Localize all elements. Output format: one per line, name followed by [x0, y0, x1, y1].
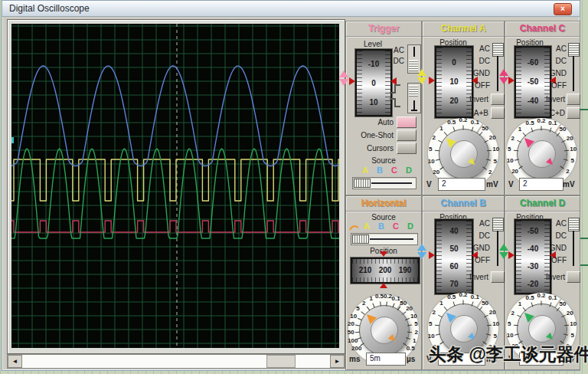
right-arrow-icon[interactable]: ►: [330, 355, 345, 368]
watermark-text: 头条 @李工谈元器件: [429, 343, 588, 366]
ac-label: AC: [467, 219, 490, 228]
panel-title: Channel B: [423, 196, 504, 212]
position-pointer-icon: [380, 251, 387, 257]
source-d-label[interactable]: D: [403, 166, 414, 175]
dial-value: 10: [357, 98, 390, 107]
source-label: Source: [346, 156, 421, 165]
slider-handle[interactable]: [354, 179, 371, 188]
timebase-knob[interactable]: 2001005020105210.50.20.15020105210.5: [346, 296, 421, 354]
invert-label: Invert: [456, 95, 488, 103]
knob-scale-value: 5: [565, 332, 580, 339]
timebase-value[interactable]: 5m: [366, 353, 406, 366]
knob-scale-value: 1: [433, 125, 449, 132]
cursors-label: Cursors: [346, 144, 394, 153]
dial-value: 200: [375, 266, 395, 274]
source-b-label[interactable]: B: [374, 166, 385, 175]
mv-unit-label: mV: [563, 180, 575, 189]
source-a-label[interactable]: A: [361, 221, 372, 231]
invert-button[interactable]: [491, 271, 505, 283]
left-arrow-icon[interactable]: ◄: [8, 355, 22, 368]
knob-scale-value: 200: [349, 345, 364, 352]
slider-handle[interactable]: [352, 235, 369, 244]
slider-handle[interactable]: [492, 43, 504, 57]
level-pointer-icon: [349, 77, 355, 85]
panel-title: Channel D: [505, 196, 580, 212]
dc-label: DC: [544, 231, 567, 240]
cursors-button[interactable]: [397, 143, 416, 154]
invert-button[interactable]: [567, 94, 580, 105]
channel-c-position-arrows-icon[interactable]: [499, 69, 508, 84]
trigger-edge-slider[interactable]: [407, 83, 421, 113]
close-icon[interactable]: ×: [554, 3, 572, 15]
horizontal-source-slider[interactable]: [351, 233, 418, 245]
dial-value: 190: [395, 266, 415, 274]
scrollbar-thumb[interactable]: [266, 355, 296, 368]
scope-display-frame: [7, 19, 345, 354]
knob-scale-value: 1: [512, 300, 528, 307]
knob-scale-value: 2: [482, 169, 498, 176]
window-title: Digital Oscilloscope: [9, 3, 90, 14]
position-pointer-icon: [429, 77, 435, 84]
panel-title: Channel C: [505, 21, 580, 37]
knob-scale-value: 5: [565, 157, 580, 164]
off-label: OFF: [467, 81, 490, 90]
auto-button[interactable]: [397, 116, 416, 128]
knob-scale-value: 1: [512, 126, 528, 133]
invert-label: Invert: [533, 95, 565, 103]
channel-a-panel: Channel A Position 0 10 20 AC DC GND OFF…: [422, 21, 505, 195]
invert-label: Invert: [456, 273, 488, 281]
channel-b-coupling-slider[interactable]: [492, 218, 503, 268]
ac-label: AC: [544, 44, 567, 53]
source-a-label[interactable]: A: [360, 166, 371, 175]
rising-edge-icon[interactable]: [389, 83, 401, 95]
knob-scale-value: 10: [502, 157, 518, 164]
knob-scale-value: 50: [478, 125, 493, 132]
channel-a-position-arrows-icon[interactable]: [417, 69, 426, 84]
source-b-label[interactable]: B: [376, 221, 387, 231]
knob-scale-value: 50: [555, 126, 570, 133]
v-unit-label: V: [426, 180, 432, 189]
panel-title: Channel A: [423, 21, 504, 37]
coupling-ac-label: AC: [383, 46, 404, 54]
channel-d-position-arrows-icon[interactable]: [499, 244, 508, 259]
position-pointer-icon: [508, 77, 514, 84]
falling-edge-icon[interactable]: [389, 97, 401, 109]
title-bar[interactable]: Digital Oscilloscope ×: [2, 1, 580, 17]
channel-b-position-arrows-icon[interactable]: [417, 244, 426, 259]
channel-a-scale-value[interactable]: 2: [438, 178, 485, 191]
source-c-label[interactable]: C: [389, 166, 400, 175]
off-label: OFF: [467, 256, 490, 264]
dc-label: DC: [467, 57, 490, 65]
source-c-label[interactable]: C: [390, 221, 401, 231]
channel-a-coupling-slider[interactable]: [492, 43, 503, 94]
a-plus-b-button[interactable]: [491, 107, 505, 119]
trigger-level-arrows-icon[interactable]: [339, 71, 348, 86]
knob-scale-value: 5: [501, 146, 517, 153]
scope-horizontal-scrollbar[interactable]: ◄ ►: [7, 354, 345, 369]
one-shot-button[interactable]: [397, 130, 416, 141]
channel-d-coupling-slider[interactable]: [568, 218, 579, 268]
knob-scale-value: 5: [488, 158, 503, 165]
horizontal-position-dial[interactable]: 210 200 190: [351, 258, 420, 284]
channel-c-scale-value[interactable]: 2: [519, 178, 564, 191]
source-d-label[interactable]: D: [405, 221, 416, 231]
slider-handle[interactable]: [568, 218, 580, 231]
slider-handle[interactable]: [568, 43, 580, 57]
dial-value: 0: [357, 79, 390, 87]
v-unit-label: V: [508, 180, 514, 189]
dc-label: DC: [467, 231, 490, 240]
coupling-dc-label: DC: [383, 57, 404, 65]
invert-button[interactable]: [491, 94, 505, 105]
channel-c-scale-knob[interactable]: 20105210.50.20.150201052: [505, 120, 577, 179]
slider-handle[interactable]: [492, 218, 504, 231]
mv-unit-label: mV: [486, 180, 498, 189]
c-plus-d-button[interactable]: [567, 107, 580, 119]
knob-scale-value: 5: [350, 305, 365, 312]
invert-button[interactable]: [567, 271, 580, 283]
trigger-source-slider[interactable]: [352, 177, 416, 189]
off-label: OFF: [544, 81, 567, 90]
channel-c-coupling-slider[interactable]: [568, 43, 579, 94]
position-pointer-icon: [508, 251, 514, 259]
channel-a-scale-knob[interactable]: 20105210.50.20.150201052: [424, 120, 502, 179]
knob-scale-value: 10: [502, 332, 518, 339]
